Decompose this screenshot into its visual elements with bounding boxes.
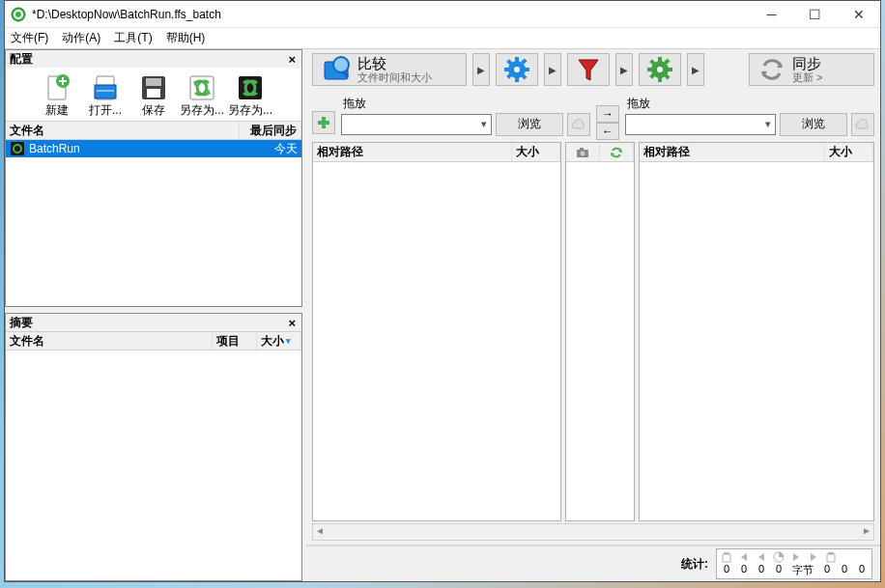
compare-icon [323,56,350,83]
summary-grid-header: 文件名 项目 大小▾ [6,331,301,350]
svg-rect-29 [647,68,653,71]
app-icon [11,7,26,22]
right-col-relpath[interactable]: 相对路径 [640,143,825,161]
settings-compare-dropdown[interactable]: ▶ [544,53,561,86]
compare-label: 比较 [357,56,432,72]
summary-panel: 摘要 × 文件名 项目 大小▾ [5,313,302,581]
left-path-input[interactable] [341,114,492,135]
config-panel-header: 配置 × [6,50,301,68]
filter-dropdown[interactable]: ▶ [615,53,633,86]
menu-tools[interactable]: 工具(T) [114,30,152,46]
config-close-icon[interactable]: × [284,52,300,67]
middle-grid [565,142,635,521]
mid-col-action[interactable] [600,143,634,161]
svg-rect-7 [147,89,160,98]
summary-col-size[interactable]: 大小▾ [257,332,301,350]
summary-col-name[interactable]: 文件名 [6,332,213,350]
swap-right-button[interactable]: → [596,105,619,123]
save-batch-button[interactable]: 另存为... [180,71,224,119]
window-buttons: ─ ☐ ✕ [750,1,880,28]
svg-rect-39 [580,148,584,151]
minimize-button[interactable]: ─ [750,1,793,28]
config-row-batchrun[interactable]: BatchRun 今天 [6,140,301,157]
left-column: 配置 × 新建 打开... [5,49,306,581]
stat-n7: 0 [856,563,868,577]
stat-n1: 0 [721,563,732,577]
arrow-left-icon [738,551,750,563]
summary-body [6,350,301,580]
close-button[interactable]: ✕ [837,1,880,28]
right-path-input[interactable] [625,114,776,135]
svg-rect-4 [95,85,116,98]
maximize-button[interactable]: ☐ [793,1,837,28]
stat-n5: 0 [821,563,833,577]
right-drop-label: 拖放 [625,95,874,113]
left-grid-body[interactable] [313,162,560,520]
new-label: 新建 [45,102,69,119]
settings-sync-dropdown[interactable]: ▶ [687,53,704,86]
svg-rect-30 [667,68,672,71]
trash-right-icon [825,551,837,563]
camera-icon [576,147,589,158]
mid-col-category[interactable] [566,143,600,161]
config-col-name[interactable]: 文件名 [6,122,240,139]
save-button[interactable]: 保存 [131,71,176,119]
new-button[interactable]: 新建 [35,71,79,119]
right-grid: 相对路径 大小 [639,142,874,521]
config-list: BatchRun 今天 [6,140,301,306]
config-row-sync: 今天 [274,141,298,157]
refresh-icon [610,146,623,159]
menu-actions[interactable]: 动作(A) [62,30,100,46]
right-grid-body[interactable] [640,162,873,520]
compare-dropdown-button[interactable]: ▶ [472,53,490,86]
add-pair-button[interactable] [312,111,335,134]
settings-compare-button[interactable] [496,53,538,86]
svg-rect-9 [239,76,262,99]
summary-col-items[interactable]: 项目 [213,332,257,350]
svg-rect-44 [828,552,834,554]
svg-point-13 [333,57,349,72]
summary-close-icon[interactable]: × [284,316,300,330]
svg-point-26 [657,67,663,72]
left-grid: 相对路径 大小 [312,142,561,521]
filter-button[interactable] [567,53,610,86]
sort-indicator-icon: ▾ [286,336,291,346]
config-col-sync[interactable]: 最后同步 [240,122,301,139]
compare-button[interactable]: 比较 文件时间和大小 [312,53,467,86]
stats-label: 统计: [681,556,708,573]
svg-rect-41 [724,552,729,554]
stat-n4: 0 [773,563,785,577]
arrow-right-icon [790,551,802,563]
left-col-size[interactable]: 大小 [512,143,560,161]
horizontal-scrollbar[interactable] [312,523,874,541]
grid-area: 相对路径 大小 [306,140,880,521]
summary-panel-header: 摘要 × [6,314,301,331]
stats-numbers: 0 0 0 0 字节 0 0 0 [719,563,870,577]
sync-button[interactable]: 同步 更新 > [749,53,874,86]
path-row: 拖放 浏览 → ← 拖放 [306,90,880,140]
menu-help[interactable]: 帮助(H) [166,30,206,46]
stat-n3: 0 [756,563,767,577]
left-browse-button[interactable]: 浏览 [496,113,563,136]
swap-left-button[interactable]: ← [596,123,619,140]
open-button[interactable]: 打开... [83,71,128,119]
save-icon [139,73,168,102]
menu-file[interactable]: 文件(F) [11,30,48,46]
settings-sync-button[interactable] [639,53,681,86]
svg-rect-18 [515,76,519,82]
statusbar: 统计: 0 0 0 0 [306,545,880,581]
left-col-relpath[interactable]: 相对路径 [313,143,512,161]
right-col-size[interactable]: 大小 [825,143,873,161]
save-as-button[interactable]: 另存为... [228,71,272,119]
right-column: 比较 文件时间和大小 ▶ ▶ ▶ [306,49,880,581]
middle-grid-body[interactable] [566,162,634,520]
summary-title: 摘要 [10,315,33,331]
stats-icons [719,550,870,563]
right-cloud-button[interactable] [851,113,874,136]
left-cloud-button[interactable] [567,113,590,136]
svg-rect-36 [318,121,329,125]
config-title: 配置 [10,51,33,68]
config-row-name: BatchRun [29,142,274,155]
right-browse-button[interactable]: 浏览 [780,113,847,136]
arrow-left2-icon [756,551,767,563]
